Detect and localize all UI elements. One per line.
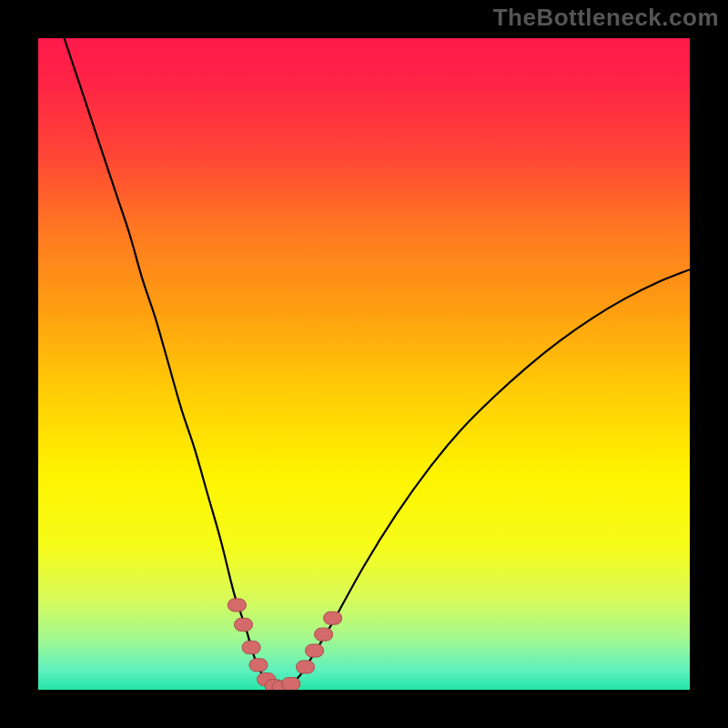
highlight-marker bbox=[324, 612, 342, 624]
chart-container: TheBottleneck.com bbox=[0, 0, 728, 728]
highlight-marker bbox=[249, 659, 268, 672]
chart-gradient-background bbox=[38, 38, 690, 690]
highlight-marker bbox=[306, 644, 324, 657]
highlight-marker bbox=[228, 599, 246, 612]
highlight-marker bbox=[282, 678, 300, 691]
highlight-marker bbox=[315, 628, 333, 641]
highlight-marker bbox=[235, 618, 253, 631]
highlight-marker bbox=[297, 661, 315, 673]
highlight-marker bbox=[242, 641, 260, 653]
bottleneck-chart bbox=[0, 0, 728, 728]
